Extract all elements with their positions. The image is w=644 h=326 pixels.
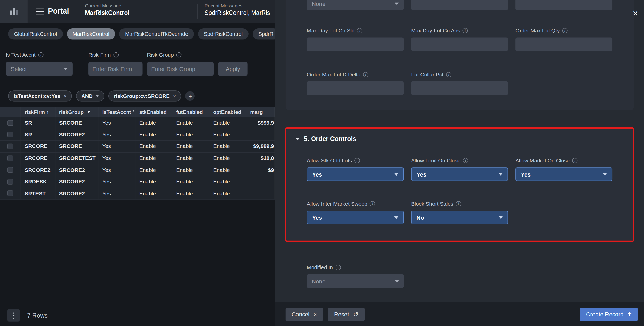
allow-limit-on-close-select[interactable]: Yes	[411, 167, 508, 181]
column-header-stkenabled[interactable]: stkEnabled	[135, 107, 172, 117]
tab-marriskcontroltkoverride[interactable]: MarRiskControlTkOverride	[119, 28, 194, 39]
cell-futenabled: Enable	[172, 141, 209, 152]
row-checkbox[interactable]	[7, 179, 13, 185]
row-checkbox[interactable]	[7, 167, 13, 173]
tab-globalriskcontrol[interactable]: GlobalRiskControl	[8, 28, 63, 39]
column-header-optenabled[interactable]: optEnabled	[209, 107, 246, 117]
cell-margin: $9,999,9	[246, 141, 275, 152]
cell-istestaccnt: Yes	[98, 164, 135, 176]
row-checkbox[interactable]	[7, 132, 13, 138]
column-header-riskgroup[interactable]: riskGroup	[55, 107, 98, 117]
reset-button[interactable]: Reset ↺	[328, 307, 365, 321]
cell-riskgroup: SRCORE	[55, 141, 98, 152]
recent-messages-block: Recent Messages SpdrRiskControl, MarRis	[205, 3, 270, 16]
allow-market-on-close-select[interactable]: Yes	[515, 167, 612, 181]
table-row[interactable]: SRCORE SRCORETEST Yes Enable Enable Enab…	[0, 153, 275, 164]
cell-futenabled: Enable	[172, 164, 209, 176]
remove-chip-icon[interactable]: ×	[173, 93, 176, 99]
cell-istestaccnt: Yes	[98, 117, 135, 129]
close-icon[interactable]: ×	[633, 9, 638, 18]
modified-in-label: Modified In i	[307, 264, 341, 271]
block-short-sales-select[interactable]: No	[411, 211, 508, 224]
bar-chart-logo-icon	[8, 6, 19, 17]
info-icon: i	[113, 52, 119, 57]
table-menu-button[interactable]	[7, 309, 20, 321]
apply-button[interactable]: Apply	[218, 62, 248, 76]
operator-chip-text: AND	[81, 93, 93, 99]
modified-in-select-value: None	[312, 278, 326, 284]
cancel-button[interactable]: Cancel ×	[286, 307, 323, 321]
current-message-value: MarRiskControl	[85, 9, 129, 16]
modified-in-label-text: Modified In	[307, 264, 333, 271]
collapse-section-icon[interactable]	[296, 138, 300, 140]
menu-icon[interactable]	[36, 9, 44, 15]
portal-app: Portal Current Message MarRiskControl Re…	[0, 0, 644, 326]
row-checkbox[interactable]	[7, 155, 13, 161]
row-checkbox[interactable]	[7, 120, 13, 126]
select-value: Yes	[521, 171, 531, 178]
futures-top-select[interactable]: None	[307, 0, 404, 10]
column-label: stkEnabled	[139, 109, 167, 115]
cell-optenabled: Enable	[209, 153, 246, 164]
current-message-block: Current Message MarRiskControl	[85, 3, 129, 16]
chevron-down-icon	[64, 68, 68, 70]
modified-in-select[interactable]: None	[307, 274, 404, 288]
is-test-accnt-select[interactable]: Select	[6, 62, 73, 76]
fut-collar-pct-input[interactable]	[411, 82, 508, 95]
order-max-fut-d-delta-input[interactable]	[307, 82, 404, 95]
app-title: Portal	[48, 7, 69, 16]
operator-chip-and[interactable]: AND	[76, 90, 104, 101]
row-checkbox[interactable]	[7, 144, 13, 149]
cell-stkenabled: Enable	[135, 188, 172, 199]
row-checkbox[interactable]	[7, 191, 13, 196]
info-icon: i	[357, 28, 362, 33]
add-filter-button[interactable]: +	[185, 91, 195, 101]
max-day-fut-cn-abs-input[interactable]	[411, 37, 508, 51]
cell-riskgroup: SRCORE	[55, 117, 98, 129]
remove-chip-icon[interactable]: ×	[64, 93, 67, 99]
message-tabs: GlobalRiskControl MarRiskControl MarRisk…	[8, 28, 279, 39]
field-label: Block Short Sales	[411, 201, 453, 207]
column-label: riskFirm	[25, 109, 45, 115]
order-max-fut-qty-input[interactable]	[515, 37, 612, 51]
filter-chip-istestaccnt[interactable]: isTestAccnt:cv:Yes ×	[8, 90, 72, 101]
table-row[interactable]: SRTEST SRCORE2 Yes Enable Enable Enable	[0, 188, 275, 200]
tab-spdrriskcontrol[interactable]: SpdrRiskControl	[198, 28, 248, 39]
table-row[interactable]: SRCORE2 SRCORE2 Yes Enable Enable Enable…	[0, 164, 275, 176]
futures-top-input-2[interactable]	[411, 0, 508, 10]
column-header-riskfirm[interactable]: riskFirm ↑	[21, 107, 55, 117]
select-all-header-cell[interactable]	[0, 107, 21, 117]
table-row[interactable]: SR SRCORE2 Yes Enable Enable Enable	[0, 129, 275, 141]
column-header-margin[interactable]: marg	[246, 107, 275, 117]
info-icon: i	[335, 265, 341, 270]
risk-control-table: riskFirm ↑ riskGroup isTestAccnt stkEnab…	[0, 107, 275, 200]
allow-stk-odd-lots-select[interactable]: Yes	[307, 167, 404, 181]
cell-riskfirm: SRDESK	[21, 176, 55, 187]
cell-optenabled: Enable	[209, 164, 246, 176]
cell-riskfirm: SR	[21, 117, 55, 129]
cell-riskfirm: SRTEST	[21, 188, 55, 199]
table-row[interactable]: SR SRCORE Yes Enable Enable Enable $999,…	[0, 117, 275, 129]
create-record-button-label: Create Record	[586, 311, 624, 318]
table-row[interactable]: SRCORE SRCORE Yes Enable Enable Enable $…	[0, 141, 275, 153]
allow-limit-on-close-field: Allow Limit On Closei	[411, 158, 508, 164]
risk-group-input[interactable]	[147, 62, 214, 76]
table-row[interactable]: SRDESK SRCORE2 Yes Enable Enable Enable	[0, 176, 275, 188]
filter-icon	[132, 109, 135, 113]
column-header-futenabled[interactable]: futEnabled	[172, 107, 209, 117]
filter-chip-riskgroup[interactable]: riskGroup:cv:SRCORE ×	[109, 90, 181, 101]
tab-marriskcontrol[interactable]: MarRiskControl	[67, 28, 115, 39]
cell-futenabled: Enable	[172, 188, 209, 199]
futures-top-input-3[interactable]	[515, 0, 612, 10]
allow-inter-market-sweep-select[interactable]: Yes	[307, 211, 404, 224]
info-icon: i	[446, 72, 451, 77]
futures-top-select-value: None	[312, 0, 326, 7]
create-record-button[interactable]: Create Record +	[580, 307, 638, 321]
cell-stkenabled: Enable	[135, 153, 172, 164]
risk-firm-input[interactable]	[88, 62, 142, 76]
select-value: No	[416, 214, 424, 221]
app-logo[interactable]	[0, 0, 28, 23]
column-header-istestaccnt[interactable]: isTestAccnt	[98, 107, 135, 117]
max-day-fut-cn-sld-input[interactable]	[307, 37, 404, 51]
cell-riskgroup: SRCORE2	[55, 129, 98, 140]
